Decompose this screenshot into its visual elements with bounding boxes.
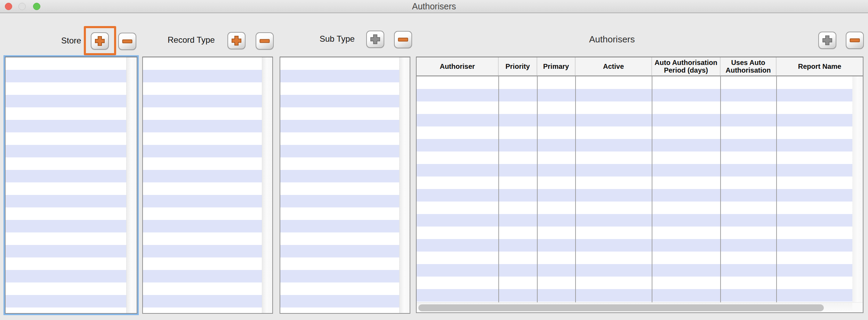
store-list[interactable] <box>5 57 137 314</box>
record-type-add-button[interactable] <box>227 32 246 49</box>
column-separator <box>652 76 652 302</box>
record-type-list[interactable] <box>142 57 273 314</box>
scrollbar-corner <box>852 302 863 312</box>
minus-icon <box>398 34 408 45</box>
column-separator <box>537 76 538 302</box>
sub-type-list-scrollbar-track[interactable] <box>399 57 410 313</box>
authorisers-add-button[interactable] <box>818 32 836 49</box>
sub-type-list-rows[interactable] <box>280 57 399 313</box>
minus-icon <box>122 36 132 47</box>
store-add-button[interactable] <box>91 32 109 50</box>
column-header-auto-period: Auto Authorisation Period (days) <box>652 57 721 75</box>
column-separator <box>498 76 499 302</box>
column-header-priority: Priority <box>499 57 537 75</box>
column-header-uses-auto: Uses Auto Authorisation <box>721 57 777 75</box>
record-type-remove-button[interactable] <box>256 32 274 50</box>
title-bar: Authorisers <box>0 0 868 13</box>
authorisers-table: AuthoriserPriorityPrimaryActiveAuto Auth… <box>416 57 863 313</box>
plus-icon <box>370 34 380 44</box>
sub-type-add-button[interactable] <box>366 31 384 48</box>
table-horizontal-scrollbar-track[interactable] <box>417 302 852 312</box>
column-separator <box>575 76 576 302</box>
column-header-authoriser: Authoriser <box>417 57 499 75</box>
plus-icon <box>95 36 105 46</box>
column-header-primary: Primary <box>537 57 576 75</box>
store-list-scrollbar-track[interactable] <box>126 57 137 313</box>
plus-icon <box>822 35 833 46</box>
column-header-report-name: Report Name <box>777 57 863 75</box>
plus-icon <box>231 35 242 46</box>
record-type-label: Record Type <box>168 35 215 45</box>
column-separator <box>720 76 721 302</box>
table-vertical-scrollbar-track[interactable] <box>852 76 863 302</box>
column-header-active: Active <box>576 57 652 75</box>
authorisers-heading: Authorisers <box>589 34 635 45</box>
sub-type-remove-button[interactable] <box>394 31 412 48</box>
horizontal-scrollbar-thumb[interactable] <box>418 304 824 311</box>
record-type-list-scrollbar-track[interactable] <box>262 57 272 313</box>
window-title: Authorisers <box>0 0 868 13</box>
sub-type-list[interactable] <box>280 57 410 314</box>
authorisers-window: Authorisers Store Record Type Sub Type A… <box>0 0 868 320</box>
sub-type-label: Sub Type <box>320 34 355 44</box>
table-body[interactable] <box>417 76 852 302</box>
record-type-list-rows[interactable] <box>143 57 262 313</box>
column-separator <box>776 76 777 302</box>
minus-icon <box>850 35 860 46</box>
store-remove-button[interactable] <box>118 33 136 50</box>
store-list-rows[interactable] <box>6 57 126 313</box>
table-header-row: AuthoriserPriorityPrimaryActiveAuto Auth… <box>417 57 863 76</box>
authorisers-remove-button[interactable] <box>846 32 864 49</box>
store-label: Store <box>61 36 81 46</box>
minus-icon <box>259 36 270 46</box>
